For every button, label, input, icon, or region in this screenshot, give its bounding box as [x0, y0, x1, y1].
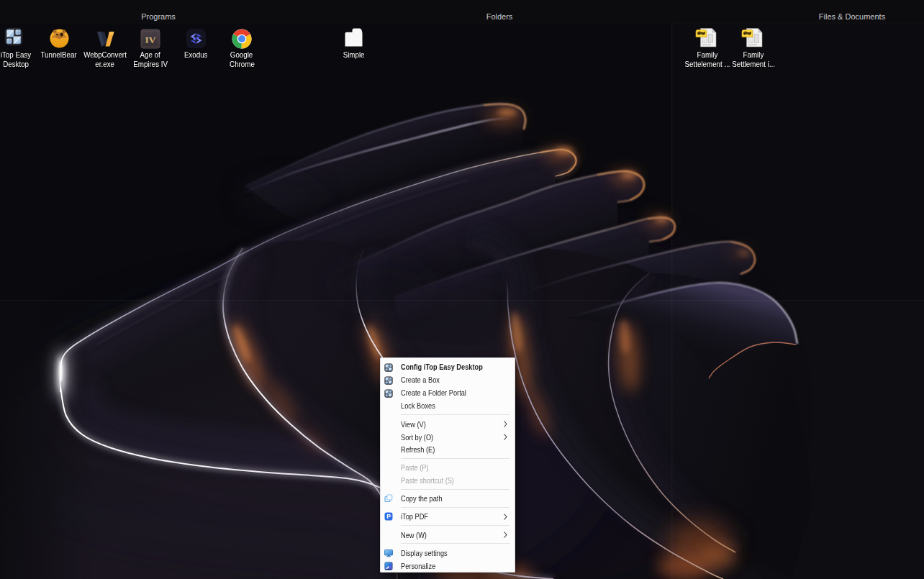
svg-text:P: P [386, 513, 391, 520]
svg-text:IV: IV [145, 35, 155, 45]
